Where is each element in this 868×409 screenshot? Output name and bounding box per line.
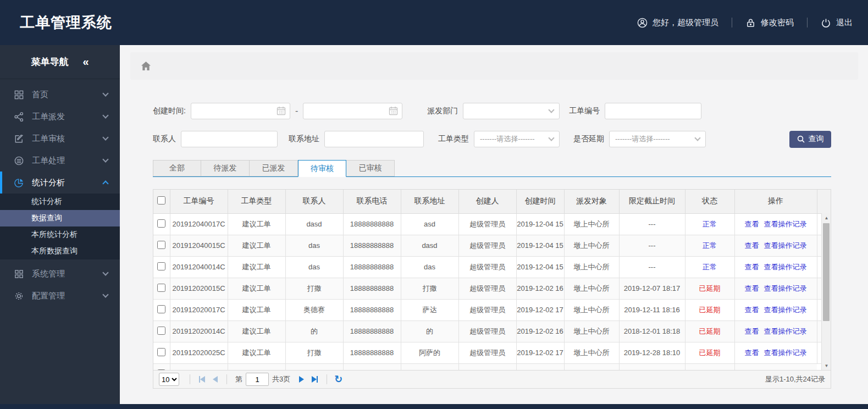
row-checkbox[interactable] bbox=[157, 262, 165, 270]
tab-1[interactable]: 待派发 bbox=[201, 160, 250, 176]
tab-2[interactable]: 已派发 bbox=[250, 160, 298, 176]
view-log-link[interactable]: 查看操作记录 bbox=[764, 327, 807, 335]
actions-cell: 查看查看操作记录 bbox=[734, 256, 817, 278]
sidebar-item-config[interactable]: 配置管理 bbox=[0, 285, 120, 307]
order-type-select[interactable]: -------请选择------- bbox=[474, 131, 560, 147]
view-link[interactable]: 查看 bbox=[745, 349, 759, 357]
sidebar-item-system[interactable]: 系统管理 bbox=[0, 263, 120, 285]
view-log-link[interactable]: 查看操作记录 bbox=[764, 306, 807, 314]
order-no-label: 工单编号 bbox=[569, 106, 600, 116]
tab-0[interactable]: 全部 bbox=[153, 160, 201, 176]
select-all-checkbox[interactable] bbox=[157, 196, 165, 204]
page-size-select[interactable]: 10 bbox=[159, 373, 179, 386]
search-button[interactable]: 查询 bbox=[789, 131, 831, 148]
actions-cell: 查看查看操作记录 bbox=[734, 342, 817, 363]
view-log-link[interactable]: 查看操作记录 bbox=[764, 241, 807, 250]
user-greeting[interactable]: 您好，超级管理员 bbox=[637, 18, 718, 28]
view-link[interactable]: 查看 bbox=[745, 327, 759, 335]
view-link[interactable]: 查看 bbox=[745, 263, 759, 271]
tab-3[interactable]: 待审核 bbox=[298, 160, 346, 177]
scrollbar-thumb[interactable] bbox=[823, 223, 830, 321]
table-row: 201912020015C建议工单打撒18888888888打撒超级管理员201… bbox=[153, 278, 831, 299]
app-title: 工单管理系统 bbox=[20, 13, 112, 32]
vertical-scrollbar[interactable]: ▲ ▼ bbox=[821, 213, 831, 370]
row-checkbox[interactable] bbox=[157, 348, 165, 356]
cell-contact: dasd bbox=[285, 213, 343, 235]
chevron-down-icon bbox=[549, 107, 555, 113]
grid-icon bbox=[14, 90, 24, 100]
prev-page-button[interactable] bbox=[213, 376, 218, 383]
status-badge: 正常 bbox=[685, 256, 734, 278]
sidebar-item-statistics[interactable]: 统计分析 bbox=[0, 172, 120, 194]
dispatch-dept-select[interactable] bbox=[463, 103, 560, 119]
cell-contact: das bbox=[285, 256, 343, 278]
cell-type: 建议工单 bbox=[228, 213, 285, 235]
column-header: 操作 bbox=[734, 190, 817, 213]
create-time-from-input[interactable] bbox=[191, 103, 290, 119]
dispatch-dept-label: 派发部门 bbox=[427, 106, 458, 116]
logout-link[interactable]: 退出 bbox=[821, 18, 853, 28]
cell-deadline: --- bbox=[619, 256, 685, 278]
change-password-link[interactable]: 修改密码 bbox=[745, 18, 794, 28]
order-no-input[interactable] bbox=[605, 103, 701, 119]
row-checkbox[interactable] bbox=[157, 369, 165, 371]
calendar-icon[interactable] bbox=[389, 106, 398, 115]
change-password-text: 修改密码 bbox=[761, 18, 794, 28]
address-input[interactable] bbox=[324, 131, 424, 147]
actions-cell: 查看查看操作记录 bbox=[734, 213, 817, 235]
row-checkbox[interactable] bbox=[157, 305, 165, 313]
column-header: 限定截止时间 bbox=[619, 190, 685, 213]
cell-contact: 的 bbox=[285, 320, 343, 342]
scroll-up-icon[interactable]: ▲ bbox=[822, 213, 831, 222]
view-link[interactable]: 查看 bbox=[745, 306, 759, 314]
tab-4[interactable]: 已审核 bbox=[346, 160, 395, 176]
submenu-item-statistics[interactable]: 统计分析 bbox=[0, 194, 120, 210]
view-log-link[interactable]: 查看操作记录 bbox=[764, 220, 807, 228]
view-log-link[interactable]: 查看操作记录 bbox=[764, 263, 807, 271]
next-page-button[interactable] bbox=[299, 376, 304, 383]
home-icon[interactable] bbox=[141, 61, 151, 71]
row-checkbox[interactable] bbox=[157, 241, 165, 249]
delay-select[interactable]: -------请选择------- bbox=[609, 131, 706, 147]
cell-deadline: 2019-12-11 18:16 bbox=[619, 299, 685, 320]
calendar-icon[interactable] bbox=[277, 106, 286, 115]
address-label: 联系地址 bbox=[289, 134, 319, 144]
column-header: 联系电话 bbox=[343, 190, 401, 213]
submenu-item-local-data-query[interactable]: 本所数据查询 bbox=[0, 243, 120, 259]
scroll-down-icon[interactable]: ▼ bbox=[822, 361, 831, 370]
row-checkbox[interactable] bbox=[157, 219, 165, 228]
submenu-item-local-statistics[interactable]: 本所统计分析 bbox=[0, 226, 120, 243]
submenu-item-data-query[interactable]: 数据查询 bbox=[0, 210, 120, 226]
sidebar-item-home[interactable]: 首页 bbox=[0, 84, 120, 106]
view-link[interactable]: 查看 bbox=[745, 284, 759, 292]
view-log-link[interactable]: 查看操作记录 bbox=[764, 284, 807, 292]
cell-creator: 超级管理员 bbox=[458, 256, 516, 278]
refresh-icon[interactable]: ↻ bbox=[334, 373, 342, 385]
last-page-button[interactable] bbox=[312, 376, 318, 383]
sidebar-item-process[interactable]: 工单处理 bbox=[0, 150, 120, 172]
first-page-button[interactable] bbox=[199, 376, 205, 383]
chevron-down-icon bbox=[102, 269, 108, 275]
sidebar-item-dispatch[interactable]: 工单派发 bbox=[0, 106, 120, 128]
cell-contact: 奥德赛 bbox=[285, 299, 343, 320]
collapse-sidebar-icon[interactable]: « bbox=[82, 56, 89, 68]
pager-divider bbox=[327, 374, 327, 384]
view-link[interactable]: 查看 bbox=[745, 241, 759, 250]
status-badge: 正常 bbox=[685, 213, 734, 235]
row-checkbox[interactable] bbox=[157, 284, 165, 292]
actions-cell: 查看查看操作记录 bbox=[734, 320, 817, 342]
page-number-input[interactable] bbox=[246, 373, 269, 386]
contact-input[interactable] bbox=[181, 131, 278, 147]
status-badge: 正常 bbox=[685, 235, 734, 256]
column-header: 创建人 bbox=[458, 190, 516, 213]
pager-divider bbox=[226, 374, 227, 384]
row-checkbox[interactable] bbox=[157, 327, 165, 335]
sidebar-item-review[interactable]: 工单审核 bbox=[0, 128, 120, 150]
cell-order_no: 201912020025C bbox=[170, 342, 228, 363]
cell-phone: 18888888888 bbox=[343, 299, 401, 320]
cell-target: 墩上中心所 bbox=[564, 256, 619, 278]
create-time-to-input[interactable] bbox=[303, 103, 402, 119]
view-log-link[interactable]: 查看操作记录 bbox=[764, 349, 807, 357]
view-link[interactable]: 查看 bbox=[745, 220, 759, 228]
create-time-to bbox=[303, 103, 402, 119]
